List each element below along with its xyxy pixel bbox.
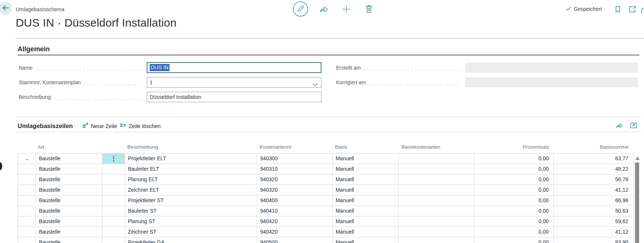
row-menu-cell[interactable] (103, 164, 125, 174)
cell-kostenartennr[interactable]: 940400 (257, 195, 333, 206)
scroll-up-icon[interactable] (635, 155, 640, 162)
row-menu-cell[interactable] (103, 237, 125, 243)
cell-prozentsatz[interactable]: 0,00 (474, 164, 554, 174)
cell-prozentsatz[interactable]: 0,00 (474, 185, 554, 195)
row-selector-cell[interactable] (18, 195, 36, 206)
cell-basis[interactable]: Manuell (333, 206, 399, 216)
edit-button[interactable] (293, 1, 308, 18)
row-menu-cell[interactable] (103, 216, 125, 227)
cell-art[interactable]: Baustelle (36, 227, 103, 237)
cell-basiskostenarten[interactable] (399, 164, 474, 174)
new-line-button[interactable]: Neue Zeile (82, 122, 117, 130)
cell-kostenartennr[interactable]: 940320 (257, 174, 333, 185)
cell-art[interactable]: Baustelle (36, 195, 103, 206)
breadcrumb[interactable]: Umlagebasisschema (16, 6, 64, 12)
cell-art[interactable]: Baustelle (36, 164, 103, 174)
cell-kostenartennr[interactable]: 940420 (257, 227, 333, 237)
row-selector-cell[interactable]: → (18, 154, 36, 164)
cell-basis[interactable]: Manuell (333, 195, 399, 206)
cell-basiskostenarten[interactable] (399, 237, 474, 243)
cell-kostenartennr[interactable]: 940320 (257, 185, 333, 195)
row-selector-cell[interactable] (18, 164, 36, 174)
beschreibung-field[interactable]: Düsseldorf Installation (147, 92, 321, 102)
section-title-umlagebasiszeilen[interactable]: Umlagebasiszeilen (18, 122, 73, 130)
cell-beschreibung[interactable]: Zeichner ELT (125, 185, 257, 195)
col-header-basiskostenarten[interactable]: Basiskostenarten (402, 144, 440, 150)
cell-kostenartennr[interactable]: 940310 (257, 164, 333, 174)
open-window-button[interactable] (629, 6, 636, 14)
row-selector-cell[interactable] (18, 174, 36, 185)
col-header-basissumme[interactable]: Basissumme (554, 144, 629, 150)
cell-basis[interactable]: Manuell (333, 164, 399, 174)
stammnr-field[interactable]: 1 (147, 77, 321, 88)
cell-basissumme[interactable]: 63,77 (554, 154, 634, 164)
cell-prozentsatz[interactable]: 0,00 (474, 174, 554, 185)
cell-art[interactable]: Baustelle (36, 237, 103, 243)
cell-beschreibung[interactable]: Projektleiter ELT (125, 154, 257, 164)
lines-share-button[interactable] (616, 122, 623, 130)
row-selector-cell[interactable] (18, 206, 36, 216)
cell-prozentsatz[interactable]: 0,00 (474, 154, 554, 164)
row-menu-cell[interactable] (103, 185, 125, 195)
cell-basis[interactable]: Manuell (333, 237, 399, 243)
cell-beschreibung[interactable]: Planung ST (125, 216, 257, 227)
cell-art[interactable]: Baustelle (36, 185, 103, 195)
cell-beschreibung[interactable]: Planung ELT (125, 174, 257, 185)
cell-basiskostenarten[interactable] (399, 185, 474, 195)
cell-basissumme[interactable]: 48,22 (554, 164, 634, 174)
cell-kostenartennr[interactable]: 940420 (257, 216, 333, 227)
cell-prozentsatz[interactable]: 0,00 (474, 206, 554, 216)
name-field[interactable]: DUS IN (147, 62, 321, 73)
row-selector-cell[interactable] (18, 227, 36, 237)
cell-art[interactable]: Baustelle (36, 154, 103, 164)
col-header-beschreibung[interactable]: Beschreibung (127, 144, 158, 150)
cell-basis[interactable]: Manuell (333, 216, 399, 227)
cell-basissumme[interactable]: 50,63 (554, 206, 634, 216)
section-title-allgemein[interactable]: Allgemein (18, 45, 50, 53)
cell-prozentsatz[interactable]: 0,00 (474, 237, 554, 243)
back-button[interactable] (0, 2, 12, 15)
cell-beschreibung[interactable]: Bauleiter ST (125, 206, 257, 216)
bookmark-button[interactable] (615, 6, 621, 15)
cell-basis[interactable]: Manuell (333, 227, 399, 237)
col-header-kostenartennr[interactable]: Kostenartennr. (260, 144, 293, 150)
scrollbar-thumb[interactable] (635, 162, 639, 243)
new-button[interactable] (342, 4, 351, 15)
cell-basiskostenarten[interactable] (399, 216, 474, 227)
col-header-art[interactable]: Art (38, 144, 44, 150)
delete-button[interactable] (365, 4, 373, 15)
row-menu-cell[interactable] (103, 227, 125, 237)
cell-basissumme[interactable]: 83,90 (554, 237, 634, 243)
cell-beschreibung[interactable]: Projektleiter ST (125, 195, 257, 206)
cell-art[interactable]: Baustelle (36, 216, 103, 227)
cell-basiskostenarten[interactable] (399, 195, 474, 206)
lines-expand-button[interactable] (630, 122, 637, 130)
cell-kostenartennr[interactable]: 940500 (257, 237, 333, 243)
cell-basiskostenarten[interactable] (399, 154, 474, 164)
cell-basis[interactable]: Manuell (333, 174, 399, 185)
cell-basissumme[interactable]: 59,62 (554, 216, 634, 227)
col-header-basis[interactable]: Basis (335, 144, 347, 150)
cell-kostenartennr[interactable]: 940410 (257, 206, 333, 216)
row-menu-cell[interactable] (103, 174, 125, 185)
chevron-down-icon[interactable] (312, 81, 318, 87)
cell-basissumme[interactable]: 56,78 (554, 174, 634, 185)
row-menu-cell[interactable] (103, 154, 125, 164)
cell-beschreibung[interactable]: Bauleiter ELT (125, 164, 257, 174)
cell-prozentsatz[interactable]: 0,00 (474, 216, 554, 227)
cell-kostenartennr[interactable]: 940300 (257, 154, 333, 164)
cell-basissumme[interactable]: 41,12 (554, 227, 634, 237)
cell-basiskostenarten[interactable] (399, 174, 474, 185)
delete-line-button[interactable]: Zeile löschen (120, 122, 161, 130)
cell-basissumme[interactable]: 41,12 (554, 185, 634, 195)
cell-beschreibung[interactable]: Zeichner ST (125, 227, 257, 237)
cell-prozentsatz[interactable]: 0,00 (474, 195, 554, 206)
row-selector-cell[interactable] (18, 237, 36, 243)
cell-art[interactable]: Baustelle (36, 174, 103, 185)
cell-basis[interactable]: Manuell (333, 185, 399, 195)
row-menu-cell[interactable] (103, 195, 125, 206)
col-header-prozentsatz[interactable]: Prozentsatz (474, 144, 549, 150)
row-selector-cell[interactable] (18, 185, 36, 195)
cell-basissumme[interactable]: 66,96 (554, 195, 634, 206)
share-button[interactable] (319, 5, 329, 15)
